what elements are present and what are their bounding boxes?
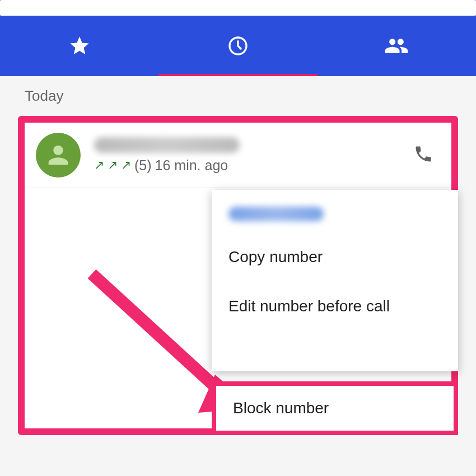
context-menu: Copy number Edit number before call [212, 190, 458, 371]
highlight-annotation-box: ↗ ↗ ↗ (5) 16 min. ago Copy number Edit n… [18, 116, 458, 435]
star-icon [68, 35, 91, 57]
outgoing-arrow-icon: ↗ [94, 158, 104, 172]
call-info: ↗ ↗ ↗ (5) 16 min. ago [94, 137, 407, 174]
tab-favorites[interactable] [0, 16, 158, 76]
tab-bar [0, 16, 476, 76]
content-area: Today ↗ ↗ ↗ (5) 16 min. ago [0, 76, 476, 446]
people-icon [384, 34, 409, 58]
outgoing-arrow-icon: ↗ [121, 158, 131, 172]
menu-item-block-number[interactable]: Block number [212, 381, 458, 435]
menu-header [212, 190, 458, 232]
call-log-entry[interactable]: ↗ ↗ ↗ (5) 16 min. ago [25, 123, 451, 188]
phone-icon [413, 144, 433, 164]
tab-indicator [158, 74, 317, 76]
svg-line-1 [92, 274, 223, 394]
menu-item-edit-number[interactable]: Edit number before call [212, 282, 458, 331]
tab-contacts[interactable] [318, 16, 476, 76]
outgoing-arrow-icon: ↗ [108, 158, 118, 172]
call-count: (5) [134, 157, 152, 174]
menu-item-copy-number[interactable]: Copy number [212, 232, 458, 282]
section-label: Today [25, 87, 458, 105]
contact-avatar [36, 133, 81, 178]
search-bar[interactable] [0, 0, 476, 16]
tab-recent[interactable] [158, 16, 317, 76]
menu-number-redacted [228, 207, 324, 221]
call-time: 16 min. ago [155, 157, 228, 174]
call-button[interactable] [407, 137, 440, 173]
person-icon [44, 141, 73, 170]
contact-name-redacted [94, 137, 240, 153]
call-meta: ↗ ↗ ↗ (5) 16 min. ago [94, 157, 407, 174]
clock-icon [227, 35, 249, 57]
app-header [0, 0, 476, 76]
